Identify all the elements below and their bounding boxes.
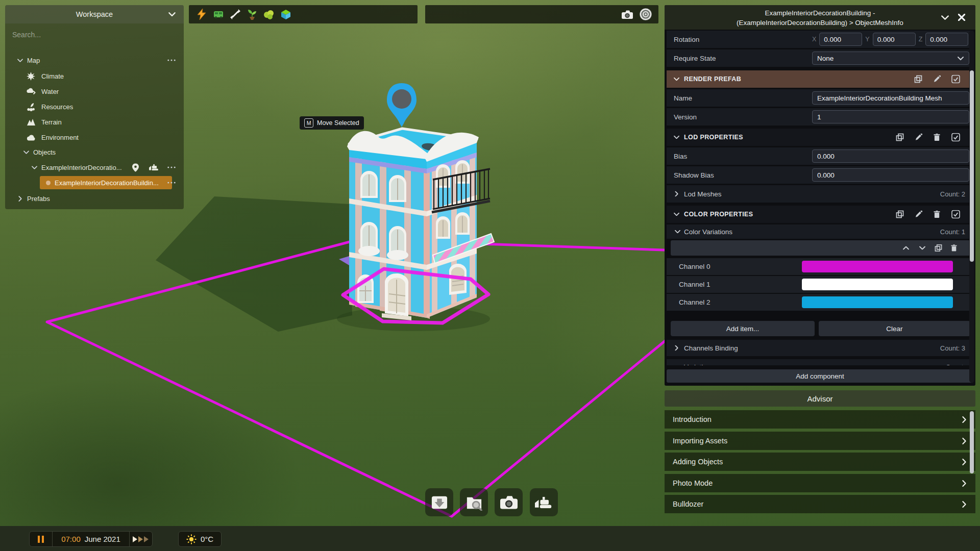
tree-item-map[interactable]: Map xyxy=(5,53,184,68)
chevron-right-icon[interactable] xyxy=(18,196,22,202)
move-arrows-icon[interactable] xyxy=(229,8,242,21)
bulldozer-icon[interactable] xyxy=(149,164,159,171)
camera-icon[interactable] xyxy=(621,8,634,21)
edit-pencil-icon[interactable] xyxy=(915,134,922,141)
variation-item-row[interactable] xyxy=(671,240,970,256)
rotation-x-input[interactable] xyxy=(819,33,862,46)
photo-mode-button[interactable] xyxy=(495,488,523,516)
chevron-down-icon[interactable] xyxy=(674,78,679,81)
save-asset-button[interactable] xyxy=(425,488,453,516)
duplicate-icon[interactable] xyxy=(914,75,922,83)
bush-icon[interactable] xyxy=(262,8,276,21)
delete-trash-icon[interactable] xyxy=(934,134,940,141)
advisor-item-bulldozer[interactable]: Bulldozer xyxy=(665,495,975,513)
more-icon[interactable] xyxy=(167,182,176,184)
shadow-bias-input[interactable] xyxy=(812,168,969,182)
advisor-item-importing-assets[interactable]: Importing Assets xyxy=(665,432,975,450)
duplicate-icon[interactable] xyxy=(896,210,904,218)
duplicate-icon[interactable] xyxy=(935,244,942,252)
edit-pencil-icon[interactable] xyxy=(915,211,922,218)
pause-button[interactable] xyxy=(30,532,52,546)
time-controls-group: 07:00 June 2021 xyxy=(29,531,153,547)
tree-item-object-group[interactable]: ExampleInteriorDecoratio... xyxy=(5,160,184,175)
advisor-item-label: Introduction xyxy=(665,415,962,423)
chevron-right-icon xyxy=(962,459,966,465)
chevron-down-icon[interactable] xyxy=(32,166,37,169)
close-icon[interactable] xyxy=(958,14,965,21)
channel-1-color-swatch[interactable] xyxy=(802,279,953,290)
inspector-scrollbar-track[interactable] xyxy=(969,31,974,383)
channel-0-color-swatch[interactable] xyxy=(802,261,953,272)
collapse-chevron-icon[interactable] xyxy=(941,15,949,20)
enabled-checkbox-icon[interactable] xyxy=(951,75,960,84)
chevron-down-icon[interactable] xyxy=(17,59,23,62)
color-properties-header[interactable]: COLOR PROPERTIES xyxy=(667,206,973,223)
advisor-item-photo-mode[interactable]: Photo Mode xyxy=(665,474,975,492)
move-selected-tooltip: M Move Selected xyxy=(300,116,364,130)
name-input[interactable] xyxy=(812,91,969,105)
crate-icon[interactable] xyxy=(279,8,292,21)
edit-pencil-icon[interactable] xyxy=(933,76,941,83)
channel-2-color-swatch[interactable] xyxy=(802,296,953,308)
add-item-label: Add item... xyxy=(726,325,760,333)
rotation-z-input[interactable] xyxy=(925,33,968,46)
rotation-y-input[interactable] xyxy=(873,33,916,46)
advisor-item-adding-objects[interactable]: Adding Objects xyxy=(665,453,975,471)
require-state-select[interactable]: None xyxy=(812,52,969,65)
require-state-label: Require State xyxy=(667,55,716,62)
collapse-chevron-icon[interactable] xyxy=(168,12,176,16)
editor-window: Workspace Map Climate Water Resources Te… xyxy=(0,0,980,551)
vehicle-icon[interactable] xyxy=(212,8,225,21)
more-icon[interactable] xyxy=(167,59,176,61)
rotation-label: Rotation xyxy=(667,36,699,43)
delete-trash-icon[interactable] xyxy=(951,244,957,252)
selected-object-highlight[interactable]: ExampleInteriorDecorationBuildin... xyxy=(40,176,172,189)
tree-item-water[interactable]: Water xyxy=(5,84,184,99)
chevron-down-icon[interactable] xyxy=(675,230,680,234)
record-icon[interactable] xyxy=(639,8,652,21)
lod-meshes-row[interactable]: Lod Meshes Count: 2 xyxy=(667,185,973,203)
move-up-icon[interactable] xyxy=(903,246,909,250)
tree-item-environment[interactable]: Environment xyxy=(5,130,184,145)
channels-binding-row[interactable]: Channels Binding Count: 3 xyxy=(667,340,973,356)
chevron-right-icon[interactable] xyxy=(675,191,678,197)
game-clock: 07:00 June 2021 xyxy=(53,535,129,543)
duplicate-icon[interactable] xyxy=(896,133,904,141)
inspector-scrollbar-thumb[interactable] xyxy=(970,70,974,262)
map-pin-marker[interactable] xyxy=(387,83,416,127)
tree-item-terrain[interactable]: Terrain xyxy=(5,114,184,130)
search-input[interactable] xyxy=(11,28,177,42)
more-icon[interactable] xyxy=(167,166,176,168)
color-variations-row[interactable]: Color Variations Count: 1 xyxy=(667,224,973,239)
sapling-icon[interactable] xyxy=(246,8,259,21)
tree-item-selected-object[interactable]: ExampleInteriorDecorationBuildin... xyxy=(5,176,184,191)
bulldozer-button[interactable] xyxy=(530,488,558,516)
tree-item-objects[interactable]: Objects xyxy=(5,144,184,160)
electricity-icon[interactable] xyxy=(195,8,208,21)
add-item-button[interactable]: Add item... xyxy=(671,321,815,336)
tree-item-climate[interactable]: Climate xyxy=(5,68,184,84)
enabled-checkbox-icon[interactable] xyxy=(951,210,960,219)
speed-button[interactable] xyxy=(130,532,152,546)
delete-trash-icon[interactable] xyxy=(934,211,940,218)
locate-pin-icon[interactable] xyxy=(132,163,139,172)
add-component-button[interactable]: Add component xyxy=(667,369,973,383)
tree-item-prefabs[interactable]: Prefabs xyxy=(5,191,184,206)
render-prefab-header[interactable]: RENDER PREFAB xyxy=(667,70,973,88)
sun-icon xyxy=(186,534,197,544)
chevron-right-icon[interactable] xyxy=(675,345,678,351)
move-down-icon[interactable] xyxy=(919,246,925,250)
lod-properties-header[interactable]: LOD PROPERTIES xyxy=(667,129,973,146)
advisor-scrollbar-thumb[interactable] xyxy=(970,411,974,473)
chevron-down-icon[interactable] xyxy=(674,213,679,216)
version-input[interactable] xyxy=(812,110,969,123)
enabled-checkbox-icon[interactable] xyxy=(951,133,960,142)
bias-input[interactable] xyxy=(812,149,969,163)
workspace-header[interactable]: Workspace xyxy=(5,5,184,23)
advisor-item-introduction[interactable]: Introduction xyxy=(665,410,975,429)
chevron-down-icon[interactable] xyxy=(674,136,679,139)
clear-button[interactable]: Clear xyxy=(819,321,970,336)
chevron-down-icon[interactable] xyxy=(23,151,29,154)
tree-item-resources[interactable]: Resources xyxy=(5,99,184,114)
find-asset-button[interactable] xyxy=(460,488,488,516)
